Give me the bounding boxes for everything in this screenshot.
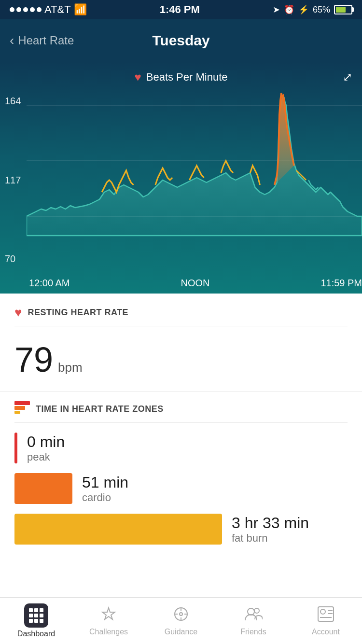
status-left: AT&T 📶: [10, 3, 87, 16]
svg-rect-3: [14, 401, 30, 405]
zone-peak-bar: [14, 433, 17, 463]
resting-bpm-unit: bpm: [58, 360, 83, 375]
header: ‹ Heart Rate Tuesday: [0, 19, 362, 62]
svg-rect-4: [14, 406, 25, 410]
time-label-start: 12:00 AM: [29, 278, 70, 289]
friends-icon: [244, 606, 263, 626]
status-bar: AT&T 📶 1:46 PM ➤ ⏰ ⚡ 65%: [0, 0, 362, 19]
y-label-bot: 70: [5, 253, 21, 265]
challenges-icon: [100, 606, 117, 626]
y-axis-labels: 164 117 70: [5, 91, 21, 269]
zone-fatburn-time: 3 hr 33 min: [232, 514, 309, 532]
nav-item-account[interactable]: Account: [290, 598, 362, 644]
chart-legend-label: Beats Per Minute: [146, 71, 228, 84]
zone-fatburn-bar: [14, 514, 222, 545]
nav-label-friends: Friends: [240, 628, 266, 636]
zones-icon: [14, 401, 30, 417]
status-time: 1:46 PM: [160, 3, 200, 16]
zones-section-title: TIME IN HEART RATE ZONES: [36, 404, 164, 414]
resting-section-title: RESTING HEART RATE: [28, 308, 128, 318]
heart-rate-zones-section: TIME IN HEART RATE ZONES 0 min peak 51 m…: [0, 392, 362, 559]
nav-label-account: Account: [312, 628, 340, 636]
zone-cardio-row: 51 min cardio: [14, 473, 348, 504]
svg-point-13: [248, 608, 254, 615]
resting-heart-rate-section: ♥ RESTING HEART RATE 79 bpm: [0, 294, 362, 392]
carrier-label: AT&T: [44, 3, 71, 16]
y-label-mid: 117: [5, 175, 21, 186]
svg-marker-6: [102, 608, 115, 619]
heart-rate-chart: ♥ Beats Per Minute ⤢ 164 117 70: [0, 62, 362, 294]
location-icon: ➤: [273, 4, 280, 15]
zone-peak-time: 0 min: [27, 433, 65, 451]
battery-indicator: [334, 5, 352, 14]
account-icon: [317, 606, 334, 626]
time-labels: 12:00 AM NOON 11:59 PM: [29, 278, 362, 289]
y-label-top: 164: [5, 96, 21, 107]
status-right: ➤ ⏰ ⚡ 65%: [273, 4, 352, 15]
resting-title-row: ♥ RESTING HEART RATE: [14, 305, 348, 326]
zone-fatburn-row: 3 hr 33 min fat burn: [14, 514, 348, 545]
nav-label-dashboard: Dashboard: [17, 630, 55, 638]
nav-label-challenges: Challenges: [89, 628, 128, 636]
bluetooth-icon: ⚡: [298, 4, 309, 15]
time-label-end: 11:59 PM: [320, 278, 362, 289]
zone-fatburn-info: 3 hr 33 min fat burn: [232, 514, 309, 545]
svg-point-8: [180, 613, 182, 616]
nav-item-challenges[interactable]: Challenges: [72, 598, 145, 644]
expand-button[interactable]: ⤢: [343, 70, 352, 84]
zones-title-row: TIME IN HEART RATE ZONES: [14, 401, 348, 423]
wifi-icon: 📶: [74, 3, 87, 16]
heart-icon: ♥: [135, 70, 141, 84]
time-label-noon: NOON: [181, 278, 209, 289]
nav-item-dashboard[interactable]: Dashboard: [0, 598, 72, 644]
zone-peak-label: peak: [27, 451, 65, 463]
zone-fatburn-label: fat burn: [232, 532, 309, 545]
nav-label-guidance: Guidance: [165, 628, 198, 636]
zone-cardio-label: cardio: [82, 491, 128, 504]
zone-cardio-bar: [14, 473, 72, 504]
bottom-nav: Dashboard Challenges Guidance: [0, 597, 362, 644]
svg-point-14: [254, 608, 259, 613]
back-button[interactable]: ‹ Heart Rate: [10, 34, 74, 47]
resting-heart-icon: ♥: [14, 305, 22, 320]
nav-item-guidance[interactable]: Guidance: [145, 598, 217, 644]
nav-item-friends[interactable]: Friends: [217, 598, 290, 644]
guidance-icon: [173, 606, 189, 626]
back-label: Heart Rate: [18, 34, 74, 47]
chart-legend: ♥ Beats Per Minute: [125, 62, 237, 89]
resting-value-row: 79 bpm: [14, 332, 348, 379]
back-chevron-icon: ‹: [10, 34, 14, 47]
resting-bpm-value: 79: [14, 340, 53, 379]
chart-svg: [27, 91, 362, 269]
svg-rect-5: [14, 411, 20, 414]
page-title: Tuesday: [152, 32, 210, 49]
zone-peak-info: 0 min peak: [27, 433, 65, 463]
battery-percent: 65%: [313, 5, 330, 15]
zone-cardio-time: 51 min: [82, 474, 128, 491]
alarm-icon: ⏰: [284, 4, 294, 15]
signal-dots: [10, 7, 42, 12]
dashboard-icon: [24, 603, 48, 628]
svg-point-16: [320, 609, 325, 614]
content-area: ♥ RESTING HEART RATE 79 bpm TIME IN HEAR…: [0, 294, 362, 612]
zone-peak-row: 0 min peak: [14, 433, 348, 463]
zone-cardio-info: 51 min cardio: [82, 474, 128, 504]
